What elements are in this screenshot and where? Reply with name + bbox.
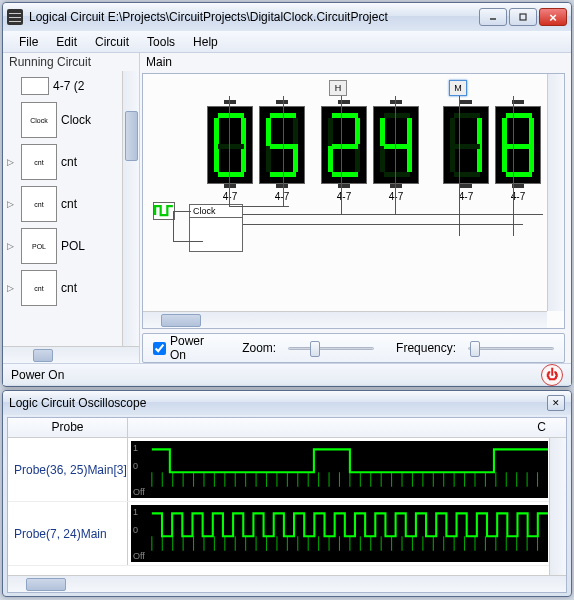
- menu-help[interactable]: Help: [185, 33, 226, 51]
- seven-seg-display[interactable]: 4-7: [373, 100, 419, 202]
- tree-item[interactable]: ▷POLPOL: [7, 225, 139, 267]
- main-window: Logical Circuit E:\Projects\CircuitProje…: [2, 2, 572, 387]
- minimize-button[interactable]: [479, 8, 507, 26]
- status-text: Power On: [11, 368, 64, 382]
- tree-item[interactable]: ▷cntcnt: [7, 141, 139, 183]
- tree-item[interactable]: ClockClock: [7, 99, 139, 141]
- chip-icon: [21, 77, 49, 95]
- close-button[interactable]: ×: [539, 8, 567, 26]
- seven-seg-display[interactable]: 4-7: [495, 100, 541, 202]
- scrollbar-thumb[interactable]: [161, 314, 201, 327]
- control-bar: Power On Zoom: Frequency:: [142, 333, 565, 363]
- scope-display: 1 0 Off: [131, 505, 548, 562]
- seven-seg-display[interactable]: 4-7: [321, 100, 367, 202]
- slider-thumb[interactable]: [310, 341, 320, 357]
- scrollbar-thumb[interactable]: [26, 578, 66, 591]
- seg-label: 4-7: [459, 191, 473, 202]
- circuit-canvas[interactable]: H M Clock 4-74-7 4-74-7 4-74-7: [143, 74, 547, 311]
- menu-edit[interactable]: Edit: [48, 33, 85, 51]
- window-title: Logical Circuit E:\Projects\CircuitProje…: [29, 10, 479, 24]
- statusbar: Power On ⏻: [3, 363, 571, 385]
- canvas-header: Main: [140, 53, 571, 71]
- oscilloscope-header: Probe C: [8, 418, 566, 438]
- power-on-checkbox[interactable]: Power On: [153, 334, 220, 362]
- probe-name[interactable]: Probe(7, 24)Main: [8, 502, 128, 565]
- power-button[interactable]: ⏻: [541, 364, 563, 386]
- probe-name[interactable]: Probe(36, 25)Main[3]: [8, 438, 128, 501]
- oscilloscope-rows: Probe(36, 25)Main[3] 1 0 Off Probe(7, 24…: [8, 438, 566, 575]
- canvas-hscrollbar[interactable]: [143, 311, 547, 328]
- oscilloscope-title: Logic Circuit Oscilloscope: [9, 396, 547, 410]
- menu-circuit[interactable]: Circuit: [87, 33, 137, 51]
- chip-icon: cnt: [21, 144, 57, 180]
- chip-icon: POL: [21, 228, 57, 264]
- oscilloscope-titlebar[interactable]: Logic Circuit Oscilloscope ✕: [3, 391, 571, 415]
- label-chip-M[interactable]: M: [449, 80, 467, 96]
- scrollbar-thumb[interactable]: [33, 349, 53, 362]
- power-on-input[interactable]: [153, 342, 166, 355]
- canvas-vscrollbar[interactable]: [547, 74, 564, 311]
- oscilloscope-hscrollbar[interactable]: [8, 575, 566, 592]
- titlebar[interactable]: Logical Circuit E:\Projects\CircuitProje…: [3, 3, 571, 31]
- tree-item[interactable]: 4-7 (2: [7, 73, 139, 99]
- frequency-label: Frequency:: [396, 341, 456, 355]
- clock-source-icon[interactable]: [153, 202, 175, 220]
- col-probe[interactable]: Probe: [8, 418, 128, 437]
- clock-chip[interactable]: Clock: [189, 204, 243, 252]
- seven-seg-display[interactable]: 4-7: [259, 100, 305, 202]
- seg-label: 4-7: [337, 191, 351, 202]
- zoom-label: Zoom:: [242, 341, 276, 355]
- oscilloscope-window: Logic Circuit Oscilloscope ✕ Probe C Pro…: [2, 390, 572, 597]
- zoom-slider[interactable]: [288, 339, 374, 357]
- oscilloscope-close-button[interactable]: ✕: [547, 395, 565, 411]
- svg-rect-1: [520, 14, 526, 20]
- tree-item[interactable]: ▷cntcnt: [7, 183, 139, 225]
- menu-file[interactable]: File: [11, 33, 46, 51]
- chip-icon: cnt: [21, 270, 57, 306]
- frequency-slider[interactable]: [468, 339, 554, 357]
- tree-body[interactable]: 4-7 (2 ClockClock ▷cntcnt ▷cntcnt ▷POLPO…: [3, 71, 139, 346]
- menu-tools[interactable]: Tools: [139, 33, 183, 51]
- chip-icon: cnt: [21, 186, 57, 222]
- probe-row: Probe(36, 25)Main[3] 1 0 Off: [8, 438, 566, 502]
- probe-row: Probe(7, 24)Main 1 0 Off: [8, 502, 566, 566]
- tree-vscrollbar[interactable]: [122, 71, 139, 346]
- label-chip-H[interactable]: H: [329, 80, 347, 96]
- maximize-button[interactable]: [509, 8, 537, 26]
- seg-label: 4-7: [275, 191, 289, 202]
- menubar: File Edit Circuit Tools Help: [3, 31, 571, 53]
- slider-thumb[interactable]: [470, 341, 480, 357]
- col-c[interactable]: C: [128, 418, 566, 437]
- oscilloscope-vscrollbar[interactable]: [549, 438, 566, 575]
- tree-hscrollbar[interactable]: [3, 346, 139, 363]
- tree-header: Running Circuit: [3, 53, 139, 71]
- chip-icon: Clock: [21, 102, 57, 138]
- seven-seg-display[interactable]: 4-7: [443, 100, 489, 202]
- scope-display: 1 0 Off: [131, 441, 548, 498]
- seven-seg-display[interactable]: 4-7: [207, 100, 253, 202]
- tree-item[interactable]: ▷cntcnt: [7, 267, 139, 309]
- app-icon: [7, 9, 23, 25]
- circuit-tree-pane: Running Circuit 4-7 (2 ClockClock ▷cntcn…: [3, 53, 140, 363]
- scrollbar-thumb[interactable]: [125, 111, 138, 161]
- canvas-pane: Main H M Clock 4-74-7 4-74-7 4-74-7: [140, 53, 571, 363]
